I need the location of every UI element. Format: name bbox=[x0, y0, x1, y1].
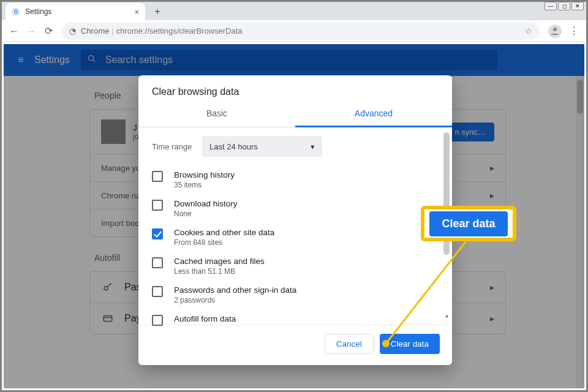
clear-data-option[interactable]: Passwords and other sign-in data2 passwo… bbox=[152, 281, 439, 309]
option-subtitle: Less than 51.1 MB bbox=[174, 267, 265, 276]
clear-browsing-data-dialog: Clear browsing data Basic Advanced Time … bbox=[138, 75, 452, 365]
option-subtitle: 35 items bbox=[174, 181, 235, 189]
forward-button[interactable]: → bbox=[23, 23, 40, 40]
time-range-row: Time range Last 24 hours ▾ bbox=[152, 136, 439, 157]
cancel-button[interactable]: Cancel bbox=[325, 334, 374, 354]
option-title: Cached images and files bbox=[174, 257, 265, 266]
option-title: Passwords and other sign-in data bbox=[174, 285, 296, 295]
svg-point-1 bbox=[553, 28, 557, 31]
checkbox[interactable] bbox=[152, 257, 163, 268]
bookmark-star-icon[interactable]: ☆ bbox=[525, 26, 532, 36]
option-title: Download history bbox=[174, 199, 238, 208]
clear-data-option[interactable]: Cached images and filesLess than 51.1 MB bbox=[152, 252, 439, 281]
dialog-title: Clear browsing data bbox=[138, 75, 452, 101]
tab-strip: Settings × + — ◻ ✕ bbox=[2, 2, 586, 20]
time-range-value: Last 24 hours bbox=[209, 142, 258, 151]
option-subtitle: None bbox=[174, 209, 238, 218]
svg-point-0 bbox=[15, 10, 18, 13]
option-subtitle: From 848 sites bbox=[174, 238, 274, 247]
browser-toolbar: ← → ⟳ ◔ Chrome | chrome://settings/clear… bbox=[2, 20, 586, 42]
clear-data-button[interactable]: Clear data bbox=[380, 334, 440, 354]
gear-icon bbox=[12, 7, 20, 16]
address-bar[interactable]: ◔ Chrome | chrome://settings/clearBrowse… bbox=[62, 23, 540, 40]
dialog-tabs: Basic Advanced bbox=[138, 101, 452, 127]
option-title: Autofill form data bbox=[174, 314, 236, 323]
checkbox[interactable] bbox=[152, 315, 163, 326]
window-maximize[interactable]: ◻ bbox=[558, 2, 570, 10]
clear-data-option[interactable]: Browsing history35 items bbox=[152, 165, 439, 194]
browser-tab[interactable]: Settings × bbox=[6, 3, 145, 20]
new-tab-button[interactable]: + bbox=[149, 3, 166, 20]
time-range-label: Time range bbox=[152, 142, 202, 151]
time-range-select[interactable]: Last 24 hours ▾ bbox=[202, 136, 322, 157]
site-info-icon[interactable]: ◔ bbox=[69, 26, 76, 36]
chrome-menu-button[interactable]: ⋮ bbox=[565, 23, 582, 40]
window-minimize[interactable]: — bbox=[545, 2, 557, 10]
option-subtitle: 2 passwords bbox=[174, 296, 296, 304]
back-button[interactable]: ← bbox=[6, 23, 23, 40]
checkbox[interactable] bbox=[152, 286, 163, 297]
annotation-callout: Clear data bbox=[421, 206, 516, 241]
chevron-down-icon: ▾ bbox=[311, 142, 315, 151]
url-host: Chrome bbox=[81, 26, 109, 36]
tab-title: Settings bbox=[25, 7, 51, 16]
url-path: chrome://settings/clearBrowserData bbox=[116, 26, 243, 36]
close-tab-icon[interactable]: × bbox=[134, 7, 139, 17]
profile-avatar[interactable] bbox=[548, 24, 562, 38]
checkbox[interactable] bbox=[152, 200, 163, 211]
dialog-body: Time range Last 24 hours ▾ Browsing hist… bbox=[138, 127, 452, 322]
scroll-down-icon[interactable]: ▾ bbox=[442, 313, 451, 320]
window-close[interactable]: ✕ bbox=[571, 2, 584, 10]
checkbox[interactable] bbox=[152, 171, 163, 182]
option-title: Browsing history bbox=[174, 170, 235, 179]
checkbox[interactable] bbox=[152, 228, 163, 239]
clear-data-option[interactable]: Download historyNone bbox=[152, 194, 439, 223]
reload-button[interactable]: ⟳ bbox=[40, 23, 57, 40]
window-controls: — ◻ ✕ bbox=[545, 2, 584, 10]
clear-data-option[interactable]: Autofill form data bbox=[152, 309, 439, 331]
option-title: Cookies and other site data bbox=[174, 228, 274, 237]
annotation-label: Clear data bbox=[429, 211, 507, 236]
clear-data-option[interactable]: Cookies and other site dataFrom 848 site… bbox=[152, 223, 439, 252]
tab-advanced[interactable]: Advanced bbox=[295, 101, 452, 127]
url-separator: | bbox=[111, 26, 113, 36]
tab-basic[interactable]: Basic bbox=[138, 101, 295, 127]
